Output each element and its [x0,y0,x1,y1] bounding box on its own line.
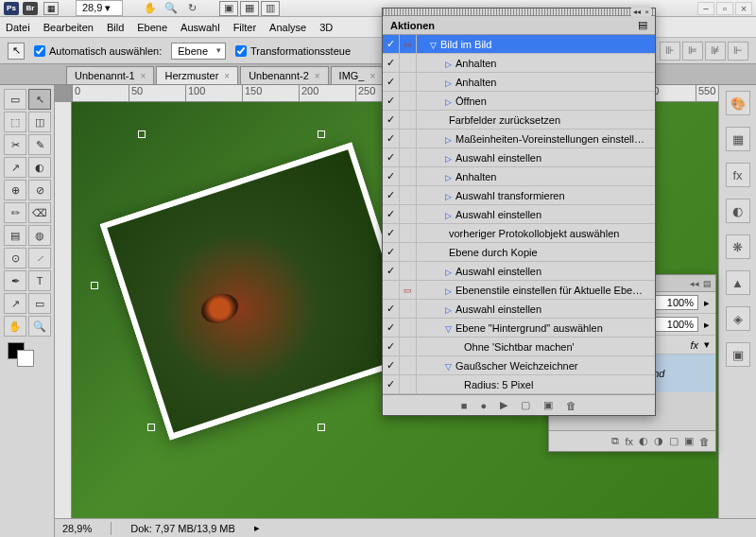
action-item[interactable]: ✓Ebene durch Kopie [383,243,655,262]
action-dialog-toggle[interactable] [400,111,417,129]
tab-close-icon[interactable]: × [224,71,230,81]
screen-normal-icon[interactable]: ▣ [219,1,238,16]
panel-collapse-icon[interactable]: ◂◂ [631,8,643,16]
action-item[interactable]: ✓▷Anhalten [383,54,655,73]
action-dialog-toggle[interactable] [400,54,417,72]
document-tab[interactable]: Herzmuster× [156,66,238,84]
action-checkmark[interactable]: ✓ [383,319,400,337]
menu-3d[interactable]: 3D [319,22,333,33]
action-checkmark[interactable]: ✓ [383,205,400,223]
fill-field[interactable]: 100% [653,317,698,332]
trash-icon[interactable]: 🗑 [699,436,710,447]
panel-close-icon[interactable]: × [643,8,651,16]
opacity-arrow-icon[interactable]: ▸ [704,297,710,309]
action-checkmark[interactable]: ✓ [383,130,400,147]
record-icon[interactable]: ● [481,400,488,411]
tool-button[interactable]: ◐ [28,157,51,178]
tool-button[interactable]: ◍ [28,225,51,246]
panel-menu-icon[interactable]: ▤ [638,19,647,31]
newaction-icon[interactable]: ▣ [543,399,553,411]
action-dialog-toggle[interactable] [400,300,417,318]
action-item[interactable]: ✓Farbfelder zurücksetzen [383,111,655,130]
action-item[interactable]: ▭▷Ebenenstile einstellen für Aktuelle Eb… [383,281,655,300]
delete-icon[interactable]: 🗑 [566,400,576,411]
action-checkmark[interactable]: ✓ [383,300,400,318]
adjust-icon[interactable]: ◑ [654,435,663,447]
action-item[interactable]: ✓▷Maßeinheiten-Voreinstellungen einstell… [383,130,655,148]
tool-button[interactable]: ⊕ [4,180,26,200]
screen-menu-icon[interactable]: ▥ [261,1,280,16]
tool-button[interactable]: ⊘ [28,180,51,200]
action-checkmark[interactable]: ✓ [383,338,400,355]
hand-icon[interactable]: ✋ [142,1,159,16]
action-item[interactable]: ✓▭▽Bild im Bild [383,35,655,54]
action-item[interactable]: ✓▷Auswahl einstellen [383,300,655,319]
tool-button[interactable]: ✎ [28,134,51,155]
fx-dropdown-icon[interactable]: ▾ [704,338,710,351]
newlayer-icon[interactable]: ▣ [684,435,694,447]
action-item[interactable]: ✓▷Anhalten [383,73,655,92]
action-dialog-toggle[interactable] [400,130,417,147]
tool-button[interactable]: ✂ [4,134,26,155]
actions-tab[interactable]: Aktionen [390,20,435,31]
menu-datei[interactable]: Datei [6,22,30,33]
action-item[interactable]: ✓Ohne 'Sichtbar machen' [383,338,655,356]
tool-button[interactable]: ⊙ [4,248,26,268]
play-icon[interactable]: ▶ [500,399,507,411]
action-checkmark[interactable]: ✓ [383,375,400,393]
tool-button[interactable]: ⌫ [28,202,51,223]
close-icon[interactable]: × [735,2,752,15]
minimize-icon[interactable]: − [697,2,714,15]
status-arrow-icon[interactable]: ▸ [254,522,260,534]
tool-button[interactable]: ▭ [28,293,51,314]
tab-close-icon[interactable]: × [370,71,376,81]
opacity-field[interactable]: 100% [653,295,698,310]
stop-icon[interactable]: ■ [461,400,468,411]
tool-button[interactable]: ↖ [28,89,51,110]
align-1-icon[interactable]: ⊪ [660,42,680,61]
action-dialog-toggle[interactable] [400,356,417,374]
action-dialog-toggle[interactable] [400,167,417,185]
document-tab[interactable]: Unbenannt-1× [66,66,154,84]
action-checkmark[interactable]: ✓ [383,54,400,72]
transform-input[interactable] [235,45,247,57]
action-item[interactable]: ✓▷Auswahl transformieren [383,186,655,205]
status-doc[interactable]: Dok: 7,97 MB/13,9 MB [130,523,235,534]
transform-handle[interactable] [318,130,325,138]
tool-button[interactable]: ↗ [4,157,26,178]
channels-panel-icon[interactable]: ▣ [726,342,750,367]
action-dialog-toggle[interactable] [400,224,417,242]
action-checkmark[interactable]: ✓ [383,167,400,185]
tool-button[interactable]: ⬚ [4,112,26,132]
action-dialog-toggle[interactable] [400,262,417,280]
panel-grip[interactable]: ◂◂× [383,9,655,16]
action-dialog-toggle[interactable] [400,243,417,261]
action-checkmark[interactable]: ✓ [383,73,400,91]
newset-icon[interactable]: ▢ [521,399,530,411]
styles-panel-icon[interactable]: fx [726,163,750,187]
fill-arrow-icon[interactable]: ▸ [704,319,710,331]
action-checkmark[interactable]: ✓ [383,35,400,53]
layer-select[interactable]: Ebene [171,43,226,60]
minibridge-icon[interactable]: ▦ [43,2,59,15]
rotate-icon[interactable]: ↻ [183,1,200,16]
menu-bild[interactable]: Bild [107,22,124,33]
autoselect-checkbox[interactable]: Automatisch auswählen: [34,45,162,57]
panel-menu-icon[interactable]: ▤ [703,279,712,288]
tool-button[interactable]: ⟋ [28,248,51,268]
action-item[interactable]: ✓▷Auswahl einstellen [383,205,655,224]
action-item[interactable]: ✓▷Anhalten [383,167,655,186]
tab-close-icon[interactable]: × [141,71,146,81]
align-4-icon[interactable]: ⊩ [728,42,748,61]
action-checkmark[interactable]: ✓ [383,186,400,204]
color-panel-icon[interactable]: 🎨 [726,91,750,115]
menu-bearbeiten[interactable]: Bearbeiten [43,22,94,33]
move-tool-icon[interactable]: ↖ [8,43,25,60]
tool-button[interactable]: ↗ [4,293,26,314]
action-item[interactable]: ✓▷Auswahl einstellen [383,262,655,281]
action-item[interactable]: ✓▷Auswahl einstellen [383,148,655,167]
menu-filter[interactable]: Filter [233,22,256,33]
action-dialog-toggle[interactable] [400,73,417,91]
menu-ebene[interactable]: Ebene [137,22,167,33]
swatches-panel-icon[interactable]: ▦ [726,127,750,151]
